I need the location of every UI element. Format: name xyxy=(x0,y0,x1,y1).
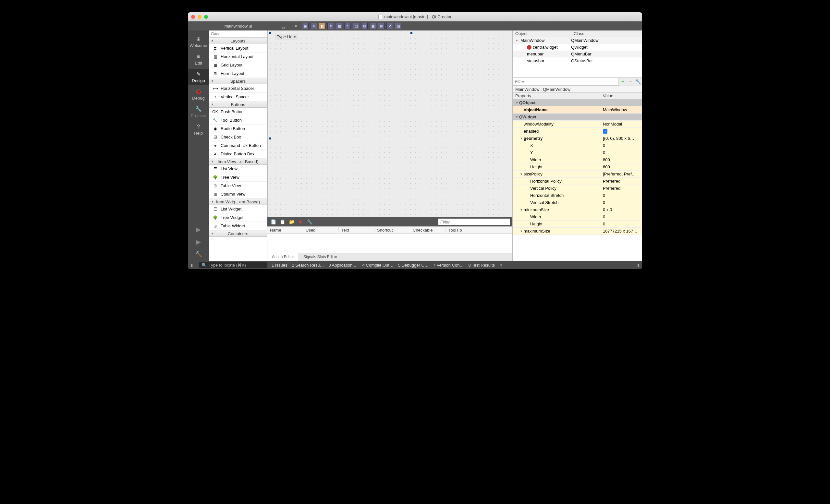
widget-item[interactable]: ↕Vertical Spacer xyxy=(209,93,267,101)
output-pane-8[interactable]: 8 Test Results xyxy=(468,263,494,268)
layout-vert-icon[interactable]: ≡ xyxy=(344,23,351,29)
widget-item[interactable]: 🌳Tree Widget xyxy=(209,213,267,222)
object-row[interactable]: statusbarQStatusBar xyxy=(513,58,642,64)
property-row[interactable]: Horizontal Stretch0 xyxy=(513,192,642,199)
tab-signals-slots[interactable]: Signals Slots Editor xyxy=(299,253,342,261)
widget-item[interactable]: ⟷Horizontal Spacer xyxy=(209,84,267,93)
widget-category[interactable]: ▼Item Widg…em-Based) xyxy=(209,199,267,205)
widget-category[interactable]: ▼Containers xyxy=(209,230,267,237)
object-row[interactable]: centralwidgetQWidget xyxy=(513,44,642,51)
output-pane-5[interactable]: 5 Debugger C… xyxy=(398,263,428,268)
widget-category[interactable]: ▼Layouts xyxy=(209,38,267,44)
action-table-body[interactable] xyxy=(267,234,512,253)
mode-debug[interactable]: 🐞Debug xyxy=(188,86,209,102)
checkbox-checked-icon[interactable]: ✓ xyxy=(603,129,607,134)
resize-handle[interactable] xyxy=(411,32,412,34)
menubar-placeholder[interactable]: Type Here xyxy=(275,34,298,40)
output-pane-1[interactable]: 1 Issues xyxy=(272,263,287,268)
chevron-up-down-icon[interactable]: ⇳ xyxy=(499,263,503,268)
edit-widgets-icon[interactable]: ▣ xyxy=(302,23,309,29)
property-row[interactable]: ▼sizePolicy[Preferred, Pref… xyxy=(513,171,642,178)
output-pane-3[interactable]: 3 Application … xyxy=(328,263,358,268)
widget-item[interactable]: ☑Check Box xyxy=(209,133,267,141)
property-row[interactable]: windowModalityNonModal xyxy=(513,121,642,128)
widget-item[interactable]: ☰List View xyxy=(209,165,267,173)
property-row[interactable]: X0 xyxy=(513,142,642,149)
toggle-right-sidebar-icon[interactable]: ◨ xyxy=(636,263,640,268)
widget-item[interactable]: ▦Grid Layout xyxy=(209,61,267,69)
widget-item[interactable]: ◉Radio Button xyxy=(209,125,267,133)
mode-projects[interactable]: 🔧Projects xyxy=(188,104,209,120)
object-row[interactable]: ▼MainWindowQMainWindow xyxy=(513,37,642,44)
widget-item[interactable]: ▥Horizontal Layout xyxy=(209,53,267,61)
property-row[interactable]: enabled✓ xyxy=(513,128,642,135)
property-row[interactable]: Height0 xyxy=(513,221,642,228)
col-object[interactable]: Object xyxy=(513,31,571,37)
build-icon[interactable]: 🔨 xyxy=(194,250,203,259)
widget-category[interactable]: ▼Buttons xyxy=(209,101,267,108)
property-row[interactable]: Y0 xyxy=(513,149,642,156)
run-icon[interactable]: ▶ xyxy=(194,225,203,234)
col-text[interactable]: Text xyxy=(339,227,375,233)
resize-handle[interactable] xyxy=(269,32,271,34)
widget-filter-input[interactable] xyxy=(209,31,267,38)
remove-property-icon[interactable]: − xyxy=(627,78,634,86)
tab-action-editor[interactable]: Action Editor xyxy=(267,253,299,261)
widget-item[interactable]: ⊞Form Layout xyxy=(209,69,267,78)
copy-action-icon[interactable]: 📋 xyxy=(279,219,286,225)
widget-category[interactable]: ▼Item View…el-Based) xyxy=(209,158,267,165)
adjust-size-icon[interactable]: ◲ xyxy=(395,23,402,29)
layout-horiz-icon[interactable]: ▥ xyxy=(336,23,342,29)
property-row[interactable]: ▼minimumSize0 x 0 xyxy=(513,206,642,213)
form-canvas[interactable]: Type Here xyxy=(267,31,512,217)
property-row[interactable]: objectNameMainWindow xyxy=(513,106,642,113)
property-filter-input[interactable] xyxy=(513,78,619,86)
property-row[interactable]: Vertical Stretch0 xyxy=(513,199,642,206)
run-debug-icon[interactable]: ▶ xyxy=(194,237,203,246)
col-class[interactable]: Class xyxy=(571,31,587,37)
widget-item[interactable]: ⊞Table Widget xyxy=(209,222,267,230)
col-tooltip[interactable]: ToolTip xyxy=(446,227,512,233)
configure-icon[interactable]: 🔧 xyxy=(306,219,313,225)
widget-item[interactable]: ☰List Widget xyxy=(209,205,267,213)
edit-signals-icon[interactable]: ↯ xyxy=(311,23,317,29)
output-pane-2[interactable]: 2 Search Resu… xyxy=(292,263,324,268)
widget-item[interactable]: ⊞Table View xyxy=(209,181,267,190)
layout-vsplit-icon[interactable]: ⊟ xyxy=(361,23,368,29)
property-row[interactable]: Width0 xyxy=(513,213,642,221)
paste-action-icon[interactable]: 📁 xyxy=(288,219,295,225)
mode-help[interactable]: ?Help xyxy=(188,121,209,137)
toggle-sidebar-icon[interactable]: ◧ xyxy=(190,263,194,268)
mode-design[interactable]: ✎Design xyxy=(188,69,209,85)
col-name[interactable]: Name xyxy=(267,227,303,233)
col-value[interactable]: Value xyxy=(600,93,616,99)
object-row[interactable]: menubarQMenuBar xyxy=(513,51,642,58)
col-property[interactable]: Property xyxy=(513,93,600,99)
edit-buddies-icon[interactable]: ◧ xyxy=(319,23,325,29)
new-action-icon[interactable]: 📄 xyxy=(270,219,277,225)
close-file-icon[interactable]: ✕ xyxy=(291,24,300,29)
col-used[interactable]: Used xyxy=(303,227,339,233)
resize-handle[interactable] xyxy=(269,137,271,139)
widget-item[interactable]: 🔧Tool Button xyxy=(209,116,267,125)
property-row[interactable]: ▼geometry[(0, 0), 800 x 6… xyxy=(513,135,642,142)
add-property-icon[interactable]: ＋ xyxy=(619,78,627,86)
col-shortcut[interactable]: Shortcut xyxy=(375,227,410,233)
property-row[interactable]: Width800 xyxy=(513,156,642,164)
property-row[interactable]: Horizontal PolicyPreferred xyxy=(513,178,642,185)
open-file-dropdown[interactable]: mainwindow.ui▴▾ xyxy=(188,24,288,29)
object-inspector[interactable]: ▼MainWindowQMainWindowcentralwidgetQWidg… xyxy=(513,37,642,64)
widget-item[interactable]: ▥Column View xyxy=(209,190,267,199)
property-row[interactable]: ▼maximumSize16777215 x 167… xyxy=(513,228,642,235)
layout-grid-icon[interactable]: ▦ xyxy=(370,23,376,29)
locator-input[interactable]: 🔍 Type to locate (⌘K) xyxy=(199,262,267,268)
output-pane-7[interactable]: 7 Version Con… xyxy=(433,263,464,268)
widget-item[interactable]: 🌳Tree View xyxy=(209,173,267,181)
property-row[interactable]: Height600 xyxy=(513,164,642,171)
widget-item[interactable]: ≣Vertical Layout xyxy=(209,44,267,53)
mode-edit[interactable]: ≡Edit xyxy=(188,51,209,67)
col-checkable[interactable]: Checkable xyxy=(410,227,446,233)
widget-item[interactable]: ➜Command …k Button xyxy=(209,141,267,150)
property-editor[interactable]: ▼QObjectobjectNameMainWindow▼QWidgetwind… xyxy=(513,99,642,261)
edit-taborder-icon[interactable]: # xyxy=(327,23,334,29)
